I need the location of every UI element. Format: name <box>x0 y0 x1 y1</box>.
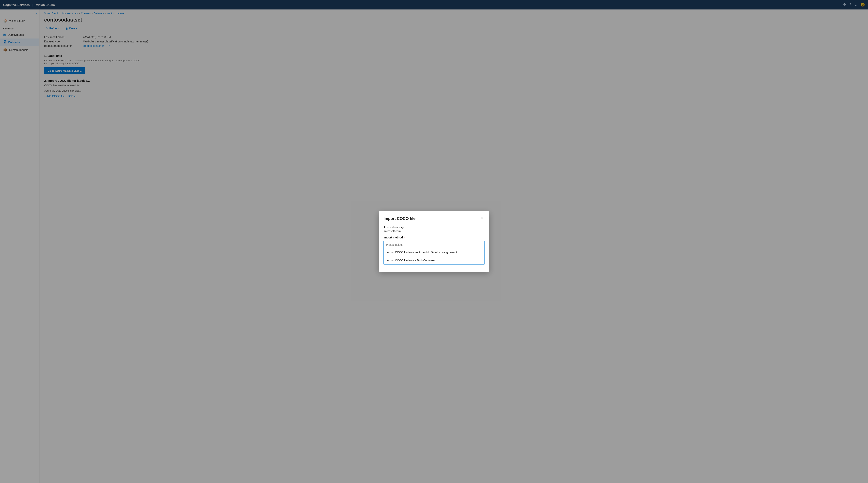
modal-close-button[interactable]: ✕ <box>479 215 485 222</box>
modal-title: Import COCO file <box>383 216 415 221</box>
dropdown-option-1: Import COCO file from a Blob Container <box>386 259 435 262</box>
dropdown-list: Import COCO file from an Azure ML Data L… <box>383 248 485 265</box>
chevron-up-icon: ⌃ <box>479 243 482 246</box>
import-method-label: Import method <box>383 236 403 239</box>
import-method-select[interactable]: Please select ⌃ <box>383 241 485 248</box>
modal-backdrop[interactable]: Import COCO file ✕ Azure directory micro… <box>0 0 868 483</box>
dropdown-item-1[interactable]: Import COCO file from a Blob Container <box>384 256 484 264</box>
import-coco-modal: Import COCO file ✕ Azure directory micro… <box>379 211 489 272</box>
azure-directory-value: microsoft.com <box>383 230 485 233</box>
modal-body: Azure directory microsoft.com Import met… <box>379 224 489 265</box>
modal-header: Import COCO file ✕ <box>379 211 489 224</box>
select-placeholder: Please select <box>386 243 402 246</box>
dropdown-option-0: Import COCO file from an Azure ML Data L… <box>386 251 457 254</box>
required-indicator: * <box>404 236 405 239</box>
modal-footer <box>379 265 489 272</box>
import-method-row: Import method * <box>383 236 485 240</box>
dropdown-item-0[interactable]: Import COCO file from an Azure ML Data L… <box>384 248 484 256</box>
azure-directory-label: Azure directory <box>383 225 485 229</box>
